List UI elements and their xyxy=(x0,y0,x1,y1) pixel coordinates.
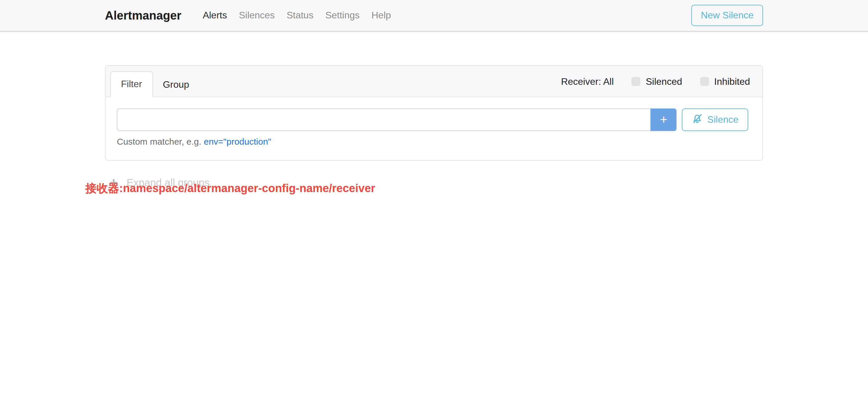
app-brand[interactable]: Alertmanager xyxy=(105,9,181,22)
receiver-filter-label[interactable]: Receiver: All xyxy=(561,76,614,87)
nav-item-status[interactable]: Status xyxy=(281,6,319,24)
silence-button-label: Silence xyxy=(707,115,739,125)
silence-from-filter-button[interactable]: Silence xyxy=(682,109,748,131)
filter-card-body: + Silence Custom matcher, e.g. env="prod… xyxy=(105,97,763,147)
filter-tabs: Filter Group xyxy=(110,71,199,97)
matcher-helper-text: Custom matcher, e.g. env="production" xyxy=(117,136,748,147)
silenced-checkbox-label[interactable]: Silenced xyxy=(646,76,682,87)
matcher-example-link[interactable]: env="production" xyxy=(204,136,271,147)
matcher-input[interactable] xyxy=(117,109,651,131)
filter-card: Filter Group Receiver: All Silenced Inhi… xyxy=(105,65,763,161)
navbar-container: Alertmanager Alerts Silences Status Sett… xyxy=(96,0,772,31)
nav-item-help[interactable]: Help xyxy=(366,6,397,24)
alertmanager-page: Alertmanager Alerts Silences Status Sett… xyxy=(0,0,868,200)
navbar: Alertmanager Alerts Silences Status Sett… xyxy=(0,0,868,32)
add-matcher-button[interactable]: + xyxy=(651,109,677,131)
nav-item-settings[interactable]: Settings xyxy=(319,6,366,24)
helper-prefix: Custom matcher, e.g. xyxy=(117,136,201,147)
filter-card-header: Filter Group Receiver: All Silenced Inhi… xyxy=(105,66,763,97)
inhibited-checkbox-label[interactable]: Inhibited xyxy=(714,76,750,87)
nav-links: Alerts Silences Status Settings Help xyxy=(197,6,397,24)
nav-item-silences[interactable]: Silences xyxy=(233,6,281,24)
nav-item-alerts[interactable]: Alerts xyxy=(197,6,233,24)
matcher-input-group: + Silence xyxy=(117,109,748,131)
tab-filter[interactable]: Filter xyxy=(110,71,153,97)
bell-slash-icon xyxy=(692,114,703,126)
annotation-receiver-note: 接收器:namespace/altermanager-config-name/r… xyxy=(85,181,375,196)
tab-group[interactable]: Group xyxy=(153,72,199,97)
inhibited-checkbox[interactable] xyxy=(700,77,709,86)
filter-options: Receiver: All Silenced Inhibited xyxy=(561,66,750,97)
new-silence-button[interactable]: New Silence xyxy=(691,5,763,26)
silenced-checkbox[interactable] xyxy=(631,77,640,86)
